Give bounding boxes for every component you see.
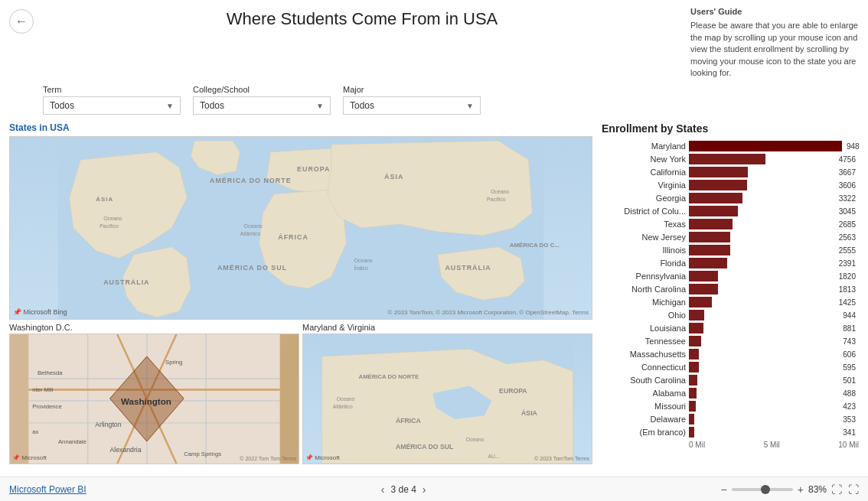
dc-map[interactable]: Bethesda Spring nter Mill Washington Pro…: [9, 333, 299, 464]
college-value: Todos: [200, 100, 224, 111]
bar-chart: Maryland9489New York4756California3667Vi…: [602, 141, 859, 438]
svg-text:Annandale: Annandale: [58, 438, 86, 445]
bar-label: Massachusetts: [602, 350, 686, 359]
bar-fill: [689, 141, 842, 151]
bar-value-label: 4756: [839, 155, 856, 164]
svg-text:Arlington: Arlington: [95, 421, 121, 428]
bar-row: Alabama488: [602, 388, 856, 399]
bar-label: New York: [602, 155, 686, 164]
next-page-button[interactable]: ›: [423, 483, 426, 496]
svg-text:Oceano: Oceano: [103, 216, 122, 221]
bar-container: [689, 401, 838, 412]
bar-label: Texas: [602, 220, 686, 229]
bar-label: Florida: [602, 259, 686, 268]
bar-row: Massachusetts606: [602, 349, 856, 359]
axis-label-5: 5 Mil: [764, 441, 780, 449]
fullscreen-button[interactable]: ⛶: [848, 483, 859, 496]
bar-value-label: 501: [843, 376, 856, 385]
pagination: ‹ 3 de 4 ›: [381, 483, 426, 496]
bar-fill: [689, 167, 748, 177]
page-title: Where Students Come From in USA: [34, 9, 690, 29]
bar-value-label: 2563: [839, 233, 856, 242]
bar-container: [689, 258, 834, 268]
svg-text:AMÉRICA DO NORTE: AMÉRICA DO NORTE: [210, 177, 292, 184]
users-guide: Users' Guide Please be aware that you ar…: [690, 6, 859, 79]
bar-row: New York4756: [602, 154, 856, 164]
college-select[interactable]: Todos ▼: [193, 96, 331, 115]
bar-value-label: 2555: [839, 246, 856, 255]
share-button[interactable]: ⛶: [831, 483, 842, 496]
svg-text:AMÉRICA DO SUL: AMÉRICA DO SUL: [217, 264, 287, 272]
major-select[interactable]: Todos ▼: [343, 96, 481, 115]
bar-value-label: 3322: [839, 194, 856, 203]
bar-fill: [689, 336, 701, 346]
zoom-value: 83%: [808, 484, 827, 495]
bar-row: North Carolina1813: [602, 284, 856, 294]
bar-container: [689, 154, 834, 164]
bar-value-label: 3606: [839, 181, 856, 190]
bar-row: Tennessee743: [602, 336, 856, 346]
term-select[interactable]: Todos ▼: [43, 96, 181, 115]
svg-text:Alexandria: Alexandria: [110, 447, 142, 454]
bar-label: Delaware: [602, 415, 686, 424]
bar-value-label: 488: [843, 389, 856, 398]
bar-container: [689, 271, 834, 281]
bar-fill: [689, 414, 694, 425]
bar-fill: [689, 310, 704, 320]
bar-row: Maryland9489: [602, 141, 856, 151]
major-value: Todos: [350, 100, 374, 111]
bar-container: [689, 414, 838, 425]
bar-value-label: 353: [843, 415, 856, 424]
zoom-slider-track[interactable]: [732, 488, 793, 491]
zoom-in-button[interactable]: +: [798, 483, 804, 496]
svg-text:AU...: AU...: [488, 454, 500, 460]
bar-container: [689, 375, 838, 386]
bar-fill: [689, 206, 738, 216]
bar-fill: [689, 349, 699, 359]
svg-text:Washington: Washington: [121, 397, 171, 406]
zoom-out-button[interactable]: −: [721, 483, 727, 496]
zoom-slider-thumb: [761, 485, 770, 494]
bar-container: [689, 427, 838, 438]
svg-text:AMÉRICA DO SUL: AMÉRICA DO SUL: [396, 443, 454, 451]
bar-fill: [689, 219, 733, 229]
md-va-map[interactable]: AMÉRICA DO NORTE EUROPA ÁSIA ÁFRICA AMÉR…: [302, 333, 592, 464]
college-label: College/School: [193, 85, 331, 94]
term-chevron-icon: ▼: [166, 102, 174, 110]
prev-page-button[interactable]: ‹: [381, 483, 385, 496]
bar-label: Missouri: [602, 402, 686, 411]
svg-text:Bethesda: Bethesda: [38, 369, 63, 376]
svg-text:Spring: Spring: [165, 359, 182, 366]
bar-row: South Carolina501: [602, 375, 856, 386]
bar-label: Virginia: [602, 181, 686, 190]
bar-container: [689, 206, 834, 216]
bar-fill: [689, 284, 718, 294]
bar-value-label: 3045: [839, 207, 856, 216]
bar-row: California3667: [602, 167, 856, 177]
back-arrow-icon: ←: [15, 15, 28, 28]
bar-value-label: 1813: [839, 285, 856, 294]
dc-map-svg: Bethesda Spring nter Mill Washington Pro…: [10, 334, 299, 464]
bottom-right-icons: ⛶ ⛶: [831, 483, 859, 496]
main-map[interactable]: ÁSIA Oceano Pacífico AMÉRICA DO NORTE EU…: [9, 136, 592, 320]
md-va-label: Maryland & Virginia: [302, 323, 592, 332]
filters-bar: Term Todos ▼ College/School Todos ▼ Majo…: [0, 82, 868, 119]
bar-fill: [689, 232, 730, 242]
svg-text:Oceano: Oceano: [354, 258, 372, 263]
left-panel: States in USA: [9, 122, 592, 477]
bar-fill: [689, 375, 697, 386]
bar-label: North Carolina: [602, 285, 686, 294]
axis-label-0: 0 Mil: [689, 441, 705, 449]
bar-container: [689, 349, 838, 359]
bar-row: Missouri423: [602, 401, 856, 412]
svg-text:AMÉRICA DO C...: AMÉRICA DO C...: [510, 242, 560, 249]
top-bar: ← Where Students Come From in USA Users'…: [0, 0, 868, 82]
bar-row: Louisiana881: [602, 323, 856, 333]
bar-label: Ohio: [602, 311, 686, 320]
chart-title: Enrollment by States: [602, 122, 859, 135]
bar-fill: [689, 388, 697, 399]
bar-row: Delaware353: [602, 414, 856, 425]
back-button[interactable]: ←: [9, 9, 34, 34]
bar-row: District of Colu...3045: [602, 206, 856, 216]
powerbi-link[interactable]: Microsoft Power BI: [9, 484, 86, 495]
